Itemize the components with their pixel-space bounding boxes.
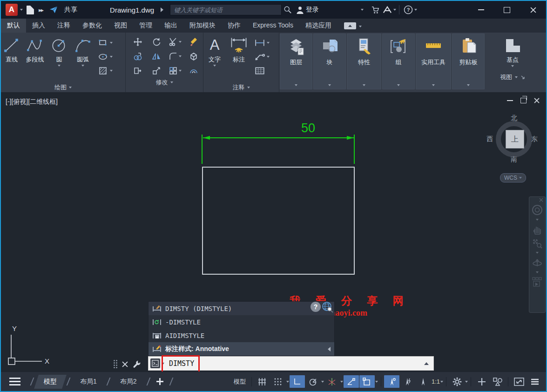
mirror-tool[interactable] <box>147 49 166 63</box>
table-tool[interactable] <box>255 67 265 75</box>
move-tool[interactable] <box>128 34 147 49</box>
panel-properties[interactable]: 特性 <box>347 34 381 89</box>
viewport-minimize-icon[interactable] <box>507 100 513 101</box>
viewport-restore-icon[interactable] <box>520 98 527 103</box>
panel-utilities[interactable]: 实用工具 <box>416 34 451 89</box>
tab-featured-apps[interactable]: 精选应用 <box>299 19 338 33</box>
basepoint-caret-icon[interactable] <box>511 65 514 67</box>
annotation-autoscale-toggle[interactable] <box>400 375 415 388</box>
suggestion-expand-icon[interactable] <box>328 347 331 351</box>
workspace-gear-icon[interactable] <box>449 375 465 388</box>
customize-plus-button[interactable] <box>474 375 489 388</box>
customize-menu-icon[interactable] <box>527 375 542 388</box>
array-tool[interactable] <box>166 63 184 78</box>
share-icon[interactable] <box>47 4 60 16</box>
leader-caret-icon[interactable] <box>267 56 270 58</box>
new-file-icon[interactable] <box>27 6 34 14</box>
suggestion-dimsty[interactable]: DIMSTY (DIMSTYLE) <box>149 302 334 315</box>
scale-tool[interactable] <box>147 63 166 78</box>
clipboard-panel-caret-icon[interactable] <box>467 84 470 86</box>
isodraft-caret-icon[interactable] <box>340 381 343 383</box>
panel-groups[interactable]: 组 <box>382 34 415 89</box>
suggestion-dimension-style[interactable]: 标注样式: Annotative <box>149 342 334 356</box>
drawing-viewport[interactable]: [-][俯视][二维线框] 50 北 西 东 南 上 WCS <box>1 92 546 372</box>
isodraft-toggle[interactable] <box>324 375 340 388</box>
text-caret-icon[interactable] <box>213 65 216 67</box>
layers-panel-caret-icon[interactable] <box>295 84 297 86</box>
tab-annotate[interactable]: 注释 <box>51 19 76 33</box>
panel-clipboard[interactable]: 剪贴板 <box>452 34 485 89</box>
ribbon-collapse-button[interactable] <box>344 22 356 29</box>
stretch-tool[interactable] <box>128 63 147 78</box>
model-space-button[interactable]: 模型 <box>231 378 249 386</box>
ribbon-collapse-caret-icon[interactable] <box>359 26 362 27</box>
tab-collaborate[interactable]: 协作 <box>222 19 247 33</box>
circle-caret-icon[interactable] <box>58 65 61 67</box>
suggestion-help-icon[interactable]: ? <box>311 302 321 312</box>
osnap-caret-icon[interactable] <box>375 381 378 383</box>
suggestion-aidimstyle[interactable]: AIDIMSTYLE <box>149 329 334 342</box>
rectangle-caret-icon[interactable] <box>110 42 113 44</box>
workspace-caret-icon[interactable] <box>465 381 468 383</box>
line-tool[interactable]: 直线 <box>1 35 22 64</box>
autodesk-logo-icon[interactable] <box>381 4 393 16</box>
help-icon[interactable]: ? <box>402 4 414 16</box>
nav-wheel-icon[interactable] <box>532 204 543 216</box>
tab-parametric[interactable]: 参数化 <box>76 19 108 33</box>
user-icon[interactable] <box>294 4 306 16</box>
viewcube-top-face[interactable]: 上 <box>506 130 524 149</box>
circle-tool[interactable]: 圆 <box>47 35 71 67</box>
tab-home[interactable]: 默认 <box>1 19 26 33</box>
panel-label-view[interactable]: 视图 <box>500 73 525 82</box>
hatch-caret-icon[interactable] <box>110 70 113 72</box>
osnap-toggle[interactable] <box>359 375 375 388</box>
rotate-tool[interactable] <box>147 34 166 49</box>
tab-output[interactable]: 输出 <box>158 19 183 33</box>
linear-dim-tool[interactable] <box>255 39 265 47</box>
tab-addins[interactable]: 附加模块 <box>183 19 222 33</box>
fullscreen-button[interactable] <box>511 375 527 388</box>
erase-tool[interactable] <box>184 34 203 49</box>
leader-tool[interactable] <box>255 53 265 61</box>
viewcube-east[interactable]: 东 <box>531 135 538 143</box>
navbar-close-icon[interactable] <box>539 198 543 202</box>
command-prompt-icon[interactable] <box>150 358 160 368</box>
dock-close-icon[interactable] <box>122 361 128 367</box>
trim-tool[interactable] <box>166 34 184 49</box>
ellipse-caret-icon[interactable] <box>110 56 113 58</box>
dimension-tool[interactable]: 标注 <box>226 35 252 64</box>
dock-drag-handle[interactable] <box>114 360 117 368</box>
annotation-scale-value[interactable]: 1:1 <box>432 378 440 385</box>
scale-caret-icon[interactable] <box>440 381 443 383</box>
layout-tab-model[interactable]: 模型 <box>36 375 64 389</box>
block-panel-caret-icon[interactable] <box>328 84 331 86</box>
pan-hand-icon[interactable] <box>532 224 542 235</box>
drawn-rectangle[interactable] <box>202 167 355 275</box>
groups-panel-caret-icon[interactable] <box>397 84 400 86</box>
share-label[interactable]: 共享 <box>64 6 77 14</box>
minimize-button[interactable] <box>468 1 494 19</box>
help-caret-icon[interactable] <box>414 9 417 11</box>
otrack-toggle[interactable] <box>344 375 359 388</box>
rectangle-tool[interactable] <box>98 38 108 47</box>
wcs-button[interactable]: WCS <box>500 173 526 182</box>
autodesk-caret-icon[interactable] <box>393 9 396 11</box>
properties-panel-caret-icon[interactable] <box>363 84 365 86</box>
grid-toggle[interactable] <box>255 375 270 388</box>
arc-caret-icon[interactable] <box>81 65 84 67</box>
viewport-controls-label[interactable]: [-][俯视][二维线框] <box>6 98 58 106</box>
dock-wrench-icon[interactable] <box>133 360 141 368</box>
basepoint-tool[interactable]: 基点 <box>494 33 531 67</box>
panel-launcher-icon[interactable] <box>520 75 525 80</box>
tab-view[interactable]: 视图 <box>108 19 133 33</box>
app-menu-caret-icon[interactable] <box>20 9 23 11</box>
showmotion-icon[interactable] <box>532 277 543 288</box>
orbit-caret-icon[interactable] <box>536 271 539 273</box>
ellipse-tool[interactable] <box>98 52 108 61</box>
box-tool[interactable] <box>184 49 203 63</box>
internet-search-icon[interactable] <box>321 301 333 313</box>
zoom-caret-icon[interactable] <box>536 252 539 254</box>
viewcube-south[interactable]: 南 <box>511 155 517 164</box>
annotation-visibility-toggle[interactable] <box>384 375 399 388</box>
polar-caret-icon[interactable] <box>321 381 324 383</box>
